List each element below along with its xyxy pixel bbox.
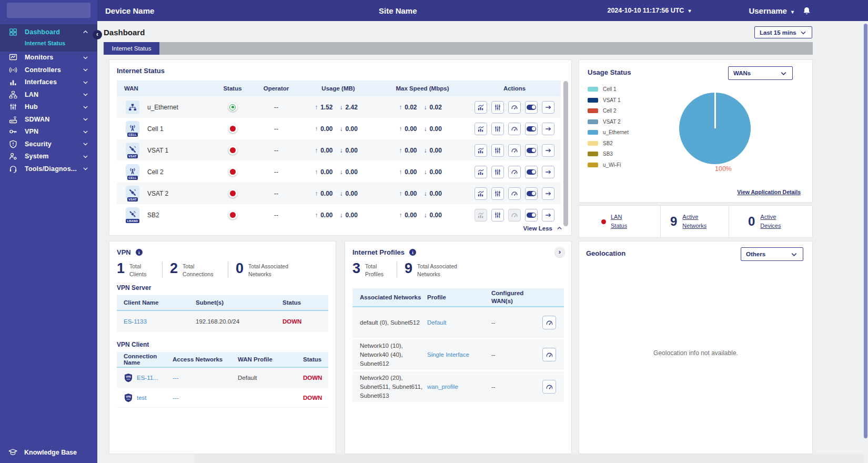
chart-button[interactable] xyxy=(475,101,487,114)
configure-button[interactable] xyxy=(491,144,504,157)
info-icon[interactable] xyxy=(136,249,143,256)
profile-link[interactable]: Single Interface xyxy=(427,351,469,358)
time-filter-select[interactable]: Last 15 mins xyxy=(754,26,812,38)
sidebar-item-lan[interactable]: LAN xyxy=(0,88,97,101)
internet-status-panel: Internet Status WAN Status Operator Usag… xyxy=(109,59,572,236)
table-header: WAN Status Operator Usage (MB) Max Speed… xyxy=(117,80,561,96)
sidebar-item-vpn[interactable]: VPN xyxy=(0,126,97,138)
expand-panel-button[interactable] xyxy=(554,247,565,257)
profile-link[interactable]: wan_profile xyxy=(427,384,458,390)
speedtest-button[interactable] xyxy=(508,187,521,200)
details-arrow-button[interactable] xyxy=(542,187,554,200)
usage-filter-select[interactable]: WANs xyxy=(728,66,793,80)
lan-status-link[interactable]: LAN Status xyxy=(611,213,636,230)
vpn-server-title: VPN Server xyxy=(109,284,336,291)
enable-toggle[interactable] xyxy=(525,166,538,178)
user-menu[interactable]: Username xyxy=(749,6,794,15)
chart-button[interactable] xyxy=(475,187,487,200)
details-arrow-button[interactable] xyxy=(542,123,554,135)
table-header: Connection Name Access Networks WAN Prof… xyxy=(117,352,328,368)
profile-link[interactable]: Default xyxy=(427,319,446,326)
panel-title: VPN xyxy=(117,248,131,256)
sidebar-item-hub[interactable]: Hub xyxy=(0,101,97,114)
configure-button[interactable] xyxy=(491,209,504,222)
details-arrow-button[interactable] xyxy=(542,144,554,157)
sidebar-item-internet-status[interactable]: Internet Status xyxy=(0,38,97,48)
monitors-icon xyxy=(8,53,18,62)
sidebar-item-dashboard[interactable]: Dashboard xyxy=(0,26,97,38)
speedtest-button[interactable] xyxy=(542,348,556,361)
chart-button[interactable] xyxy=(475,144,487,157)
sidebar-item-sdwan[interactable]: SDWAN xyxy=(0,113,97,126)
table-row: ES-11... --- Default DOWN xyxy=(117,368,328,388)
speedtest-button[interactable] xyxy=(508,123,521,135)
vpn-panel: VPN 1Total Clients 2Total Connections 0T… xyxy=(109,241,336,454)
configure-button[interactable] xyxy=(491,166,504,178)
active-devices-link[interactable]: Active Devices xyxy=(760,213,788,230)
table-row: LBANDSB2 -- 0.000.00 0.000.00 xyxy=(117,204,561,226)
enable-toggle[interactable] xyxy=(525,209,538,222)
status-down-icon xyxy=(228,189,237,198)
view-application-details-link[interactable]: View Application Details xyxy=(737,189,801,195)
speedtest-button[interactable] xyxy=(508,101,521,114)
table-row: ES-1133 192.168.20.0/24 DOWN xyxy=(117,311,328,332)
configure-button[interactable] xyxy=(491,123,504,135)
enable-toggle[interactable] xyxy=(525,101,538,114)
status-down-icon xyxy=(228,124,237,133)
vpn-client-link[interactable]: ES-1133 xyxy=(124,318,147,325)
tab-internet-status[interactable]: Internet Status xyxy=(104,42,159,55)
configure-button[interactable] xyxy=(491,187,504,200)
enable-toggle[interactable] xyxy=(525,123,538,135)
details-arrow-button[interactable] xyxy=(542,209,554,222)
sidebar-item-security[interactable]: Security xyxy=(0,138,97,150)
table-header: Client Name Subnet(s) Status xyxy=(117,295,328,311)
chevron-down-icon xyxy=(82,153,89,160)
details-arrow-button[interactable] xyxy=(542,166,554,178)
headset-icon xyxy=(8,165,18,173)
table-scrollbar[interactable] xyxy=(563,81,568,226)
sidebar-item-interfaces[interactable]: Interfaces xyxy=(0,76,97,89)
vpn-connection-link[interactable]: test xyxy=(137,395,147,401)
timestamp-dropdown[interactable]: 2024-10-10 11:17:56 UTC xyxy=(607,7,691,14)
table-row: Network10 (10), Network40 (40), Subnet61… xyxy=(352,339,564,370)
details-arrow-button[interactable] xyxy=(542,101,554,114)
chart-button[interactable] xyxy=(475,166,487,178)
enable-toggle[interactable] xyxy=(525,144,538,157)
enable-toggle[interactable] xyxy=(525,187,538,200)
configure-button[interactable] xyxy=(491,101,504,114)
shield-icon xyxy=(8,140,18,148)
stat-total-profiles: 3Total Profiles xyxy=(352,261,389,278)
table-row: VSATVSAT 2 -- 0.000.00 0.000.00 xyxy=(117,183,561,204)
speedtest-button[interactable] xyxy=(508,166,521,178)
main-content: Dashboard Last 15 mins Internet Status I… xyxy=(97,21,868,463)
usage-pie-chart[interactable] xyxy=(679,93,751,164)
dashboard-icon xyxy=(8,28,18,36)
speedtest-button[interactable] xyxy=(542,316,556,329)
status-down-icon xyxy=(228,146,237,155)
sidebar-item-system[interactable]: System xyxy=(0,150,97,163)
speedtest-button[interactable] xyxy=(542,380,556,394)
chart-button[interactable] xyxy=(475,123,487,135)
sidebar-item-tools-diagnostics[interactable]: Tools/Diagnos... xyxy=(0,163,97,175)
active-networks-link[interactable]: Active Networks xyxy=(682,213,715,230)
sidebar-item-monitors[interactable]: Monitors xyxy=(0,52,97,64)
sidebar-item-controllers[interactable]: Controllers xyxy=(0,64,97,76)
notification-bell-icon[interactable] xyxy=(802,6,811,15)
speedtest-button[interactable] xyxy=(508,144,521,157)
status-down-icon xyxy=(228,167,237,176)
sidebar-collapse-button[interactable] xyxy=(93,30,102,39)
info-icon[interactable] xyxy=(409,249,416,256)
pie-data-label: 100% xyxy=(715,165,732,173)
upload-arrow-icon xyxy=(315,104,318,111)
internet-profiles-panel: Internet Profiles 3Total Profiles 9Total… xyxy=(345,241,572,454)
knowledge-base-link[interactable]: Knowledge Base xyxy=(0,448,85,457)
page-scrollbar[interactable] xyxy=(864,24,867,438)
vpn-connection-link[interactable]: ES-11... xyxy=(137,375,158,381)
geolocation-filter-select[interactable]: Others xyxy=(741,247,803,261)
chevron-down-icon xyxy=(82,54,89,61)
vpn-client-title: VPN Client xyxy=(109,341,336,348)
profiles-stats: 3Total Profiles 9Total Associated Networ… xyxy=(345,256,571,280)
view-less-button[interactable]: View Less xyxy=(523,225,563,232)
active-networks-section: 9 Active Networks xyxy=(661,206,729,237)
chevron-down-icon xyxy=(82,140,89,147)
